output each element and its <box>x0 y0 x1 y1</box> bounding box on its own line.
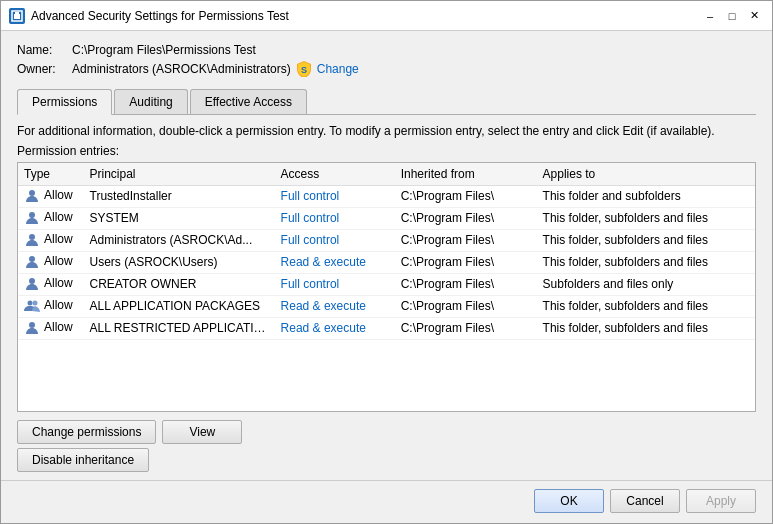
user-icon <box>24 232 40 248</box>
name-label: Name: <box>17 43 72 57</box>
cell-access: Full control <box>275 273 395 295</box>
tab-permissions[interactable]: Permissions <box>17 89 112 115</box>
title-bar-controls: – □ ✕ <box>700 6 764 26</box>
svg-point-6 <box>29 234 35 240</box>
svg-text:S: S <box>301 65 307 75</box>
minimize-button[interactable]: – <box>700 6 720 26</box>
table-row[interactable]: Allow ALL APPLICATION PACKAGES Read & ex… <box>18 295 755 317</box>
cell-access: Read & execute <box>275 317 395 339</box>
cell-principal: ALL RESTRICTED APPLICATIO... <box>84 317 275 339</box>
cell-inherited: C:\Program Files\ <box>395 273 537 295</box>
maximize-button[interactable]: □ <box>722 6 742 26</box>
change-permissions-button[interactable]: Change permissions <box>17 420 156 444</box>
cell-access: Full control <box>275 229 395 251</box>
owner-text: Administrators (ASROCK\Administrators) <box>72 62 291 76</box>
window-title: Advanced Security Settings for Permissio… <box>31 9 700 23</box>
btn-row-2: Disable inheritance <box>17 448 756 472</box>
group-icon <box>24 298 40 314</box>
table-row[interactable]: Allow SYSTEM Full control C:\Program Fil… <box>18 207 755 229</box>
cell-inherited: C:\Program Files\ <box>395 317 537 339</box>
svg-rect-2 <box>15 12 19 15</box>
cell-principal: SYSTEM <box>84 207 275 229</box>
user-icon <box>24 320 40 336</box>
cell-access: Read & execute <box>275 251 395 273</box>
owner-value: Administrators (ASROCK\Administrators) S… <box>72 61 359 77</box>
view-button[interactable]: View <box>162 420 242 444</box>
svg-point-11 <box>29 322 35 328</box>
svg-point-8 <box>29 278 35 284</box>
owner-row: Owner: Administrators (ASROCK\Administra… <box>17 61 756 77</box>
cell-type: Allow <box>18 295 84 317</box>
cell-applies: This folder, subfolders and files <box>537 295 755 317</box>
cell-applies: This folder, subfolders and files <box>537 317 755 339</box>
table-row[interactable]: Allow Users (ASROCK\Users) Read & execut… <box>18 251 755 273</box>
main-window: Advanced Security Settings for Permissio… <box>0 0 773 524</box>
col-type: Type <box>18 163 84 186</box>
cell-type: Allow <box>18 317 84 339</box>
col-applies: Applies to <box>537 163 755 186</box>
table-row[interactable]: Allow ALL RESTRICTED APPLICATIO... Read … <box>18 317 755 339</box>
cell-type: Allow <box>18 229 84 251</box>
cell-inherited: C:\Program Files\ <box>395 207 537 229</box>
col-access: Access <box>275 163 395 186</box>
col-principal: Principal <box>84 163 275 186</box>
disable-inheritance-button[interactable]: Disable inheritance <box>17 448 149 472</box>
cell-applies: This folder and subfolders <box>537 185 755 207</box>
user-icon <box>24 188 40 204</box>
svg-point-7 <box>29 256 35 262</box>
tabs-bar: Permissions Auditing Effective Access <box>17 89 756 115</box>
col-inherited: Inherited from <box>395 163 537 186</box>
cell-type: Allow <box>18 251 84 273</box>
user-icon <box>24 254 40 270</box>
cell-access: Read & execute <box>275 295 395 317</box>
svg-point-4 <box>29 190 35 196</box>
user-icon <box>24 276 40 292</box>
cell-access: Full control <box>275 185 395 207</box>
cell-type: Allow <box>18 207 84 229</box>
cell-principal: ALL APPLICATION PACKAGES <box>84 295 275 317</box>
title-bar: Advanced Security Settings for Permissio… <box>1 1 772 31</box>
cell-type: Allow <box>18 273 84 295</box>
cell-principal: TrustedInstaller <box>84 185 275 207</box>
name-row: Name: C:\Program Files\Permissions Test <box>17 43 756 57</box>
cell-principal: CREATOR OWNER <box>84 273 275 295</box>
cell-inherited: C:\Program Files\ <box>395 295 537 317</box>
cell-principal: Users (ASROCK\Users) <box>84 251 275 273</box>
svg-point-5 <box>29 212 35 218</box>
info-text: For additional information, double-click… <box>17 123 756 140</box>
permissions-table-container[interactable]: Type Principal Access Inherited from App… <box>17 162 756 412</box>
svg-point-9 <box>28 301 33 306</box>
footer: OK Cancel Apply <box>1 480 772 523</box>
bottom-buttons: Change permissions View Disable inherita… <box>17 420 756 472</box>
cell-applies: This folder, subfolders and files <box>537 251 755 273</box>
tab-effective-access[interactable]: Effective Access <box>190 89 307 114</box>
permissions-table: Type Principal Access Inherited from App… <box>18 163 755 340</box>
table-row[interactable]: Allow CREATOR OWNER Full control C:\Prog… <box>18 273 755 295</box>
owner-label: Owner: <box>17 62 72 76</box>
change-owner-link[interactable]: Change <box>317 62 359 76</box>
table-row[interactable]: Allow TrustedInstaller Full control C:\P… <box>18 185 755 207</box>
btn-row-1: Change permissions View <box>17 420 756 444</box>
ok-button[interactable]: OK <box>534 489 604 513</box>
cell-inherited: C:\Program Files\ <box>395 185 537 207</box>
cell-principal: Administrators (ASROCK\Ad... <box>84 229 275 251</box>
tab-auditing[interactable]: Auditing <box>114 89 187 114</box>
cell-access: Full control <box>275 207 395 229</box>
close-button[interactable]: ✕ <box>744 6 764 26</box>
window-icon <box>9 8 25 24</box>
svg-point-10 <box>33 301 38 306</box>
apply-button[interactable]: Apply <box>686 489 756 513</box>
cell-inherited: C:\Program Files\ <box>395 251 537 273</box>
cell-applies: This folder, subfolders and files <box>537 207 755 229</box>
table-header-row: Type Principal Access Inherited from App… <box>18 163 755 186</box>
table-row[interactable]: Allow Administrators (ASROCK\Ad... Full … <box>18 229 755 251</box>
cell-inherited: C:\Program Files\ <box>395 229 537 251</box>
name-value: C:\Program Files\Permissions Test <box>72 43 256 57</box>
content-area: Name: C:\Program Files\Permissions Test … <box>1 31 772 480</box>
cancel-button[interactable]: Cancel <box>610 489 680 513</box>
entries-label: Permission entries: <box>17 144 756 158</box>
cell-applies: This folder, subfolders and files <box>537 229 755 251</box>
user-icon <box>24 210 40 226</box>
shield-icon: S <box>297 61 311 77</box>
cell-applies: Subfolders and files only <box>537 273 755 295</box>
